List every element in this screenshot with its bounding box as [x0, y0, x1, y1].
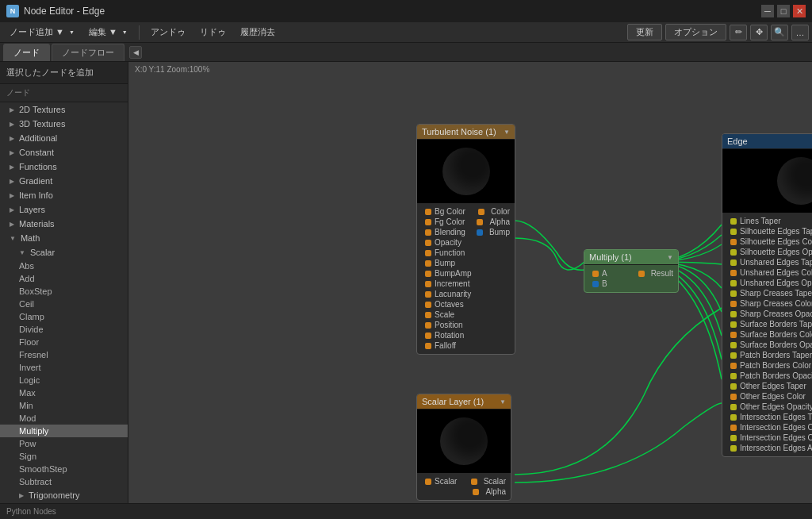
more-button[interactable]: …	[791, 25, 809, 40]
pen-button[interactable]: ✏	[730, 25, 747, 40]
port-surface-taper-dot[interactable]	[730, 321, 737, 328]
sidebar-item-abs[interactable]: Abs	[0, 260, 128, 272]
sidebar-item-vector[interactable]: ▶Vector	[0, 502, 128, 503]
port-lines-taper-dot[interactable]	[730, 218, 737, 225]
port-lacunarity-dot[interactable]	[425, 291, 431, 298]
port-sharp-color-dot[interactable]	[730, 301, 737, 307]
tab-nodes[interactable]: ノード	[3, 44, 50, 61]
port-alpha2-out-dot[interactable]	[473, 489, 479, 495]
multiply-collapse[interactable]: ▼	[667, 254, 673, 261]
sidebar-item-additional[interactable]: ▶Additional	[0, 131, 128, 145]
port-unshared-taper-dot[interactable]	[730, 260, 737, 266]
port-other-taper-dot[interactable]	[730, 383, 737, 390]
menu-undo[interactable]: アンドゥ	[144, 25, 192, 40]
port-intersection-angle-dot[interactable]	[730, 445, 737, 452]
port-rotation-dot[interactable]	[425, 333, 431, 339]
sidebar-item-min[interactable]: Min	[0, 399, 128, 412]
sidebar-item-subtract[interactable]: Subtract	[0, 475, 128, 488]
port-opacity-dot[interactable]	[425, 240, 431, 246]
sidebar-item-floor[interactable]: Floor	[0, 336, 128, 348]
port-b-dot[interactable]	[592, 281, 599, 287]
turbulent-noise-collapse[interactable]: ▼	[504, 129, 510, 136]
sidebar-item-gradient[interactable]: ▶Gradient	[0, 174, 128, 188]
port-sharp-taper-dot[interactable]	[730, 290, 737, 297]
sidebar-item-pow[interactable]: Pow	[0, 437, 128, 450]
sidebar-item-clamp[interactable]: Clamp	[0, 310, 128, 323]
sidebar-item-ceil[interactable]: Ceil	[0, 298, 128, 310]
sidebar-item-logic[interactable]: Logic	[0, 374, 128, 386]
port-scalar-in-dot[interactable]	[425, 479, 431, 485]
port-unshared-opacity-dot[interactable]	[730, 280, 737, 286]
port-other-opacity-dot[interactable]	[730, 404, 737, 410]
port-unshared-color-dot[interactable]	[730, 270, 737, 276]
port-bumpamp-dot[interactable]	[425, 271, 431, 277]
sidebar-item-smoothstep[interactable]: SmoothStep	[0, 463, 128, 475]
port-intersection-opacity-dot[interactable]	[730, 435, 737, 441]
port-surface-color-dot[interactable]	[730, 332, 737, 338]
menu-edit[interactable]: 編集 ▼	[82, 25, 134, 40]
sidebar-item-constant[interactable]: ▶Constant	[0, 145, 128, 160]
minimize-button[interactable]: ─	[761, 5, 774, 17]
port-a-dot[interactable]	[592, 271, 599, 277]
turbulent-noise-node[interactable]: Turbulent Noise (1) ▼ Bg Color Color Fg …	[416, 124, 515, 355]
maximize-button[interactable]: □	[777, 5, 790, 17]
sidebar-item-boxstep[interactable]: BoxStep	[0, 285, 128, 298]
port-scale-dot[interactable]	[425, 312, 431, 318]
edge-node[interactable]: Edge ▼ Lines Taper Silhouette Edges Tape…	[722, 133, 812, 457]
port-sil-taper-dot[interactable]	[730, 229, 737, 235]
port-intersection-taper-dot[interactable]	[730, 414, 737, 421]
menu-history[interactable]: 履歴消去	[234, 25, 282, 40]
port-sharp-opacity-dot[interactable]	[730, 311, 737, 317]
menu-add[interactable]: ノード追加 ▼	[3, 25, 81, 40]
port-sil-color-dot[interactable]	[730, 239, 737, 245]
sidebar-item-multiply[interactable]: Multiply	[0, 425, 128, 437]
sidebar-item-3d-textures[interactable]: ▶3D Textures	[0, 117, 128, 131]
port-patch-color-dot[interactable]	[730, 363, 737, 369]
scalar-layer-collapse[interactable]: ▼	[500, 398, 506, 406]
port-blending-dot[interactable]	[425, 229, 431, 236]
sidebar-item-math[interactable]: ▼Math	[0, 231, 128, 245]
sidebar-item-add[interactable]: Add	[0, 272, 128, 285]
sidebar-item-sign[interactable]: Sign	[0, 450, 128, 463]
sidebar-item-iteminfo[interactable]: ▶Item Info	[0, 188, 128, 202]
port-falloff-dot[interactable]	[425, 343, 431, 349]
sidebar-item-invert[interactable]: Invert	[0, 361, 128, 374]
port-other-color-dot[interactable]	[730, 394, 737, 400]
menu-redo[interactable]: リドゥ	[193, 25, 232, 40]
sidebar-item-2d-textures[interactable]: ▶2D Textures	[0, 102, 128, 117]
zoom-button[interactable]: 🔍	[771, 25, 788, 40]
tab-collapse-button[interactable]: ◀	[129, 46, 142, 59]
port-intersection-color-dot[interactable]	[730, 425, 737, 431]
port-bump-dot[interactable]	[425, 260, 431, 267]
sidebar-item-layers[interactable]: ▶Layers	[0, 202, 128, 217]
port-result-dot[interactable]	[638, 271, 645, 277]
canvas-area[interactable]: X:0 Y:11 Zoom:100%	[128, 62, 812, 503]
sidebar-item-trigonometry[interactable]: ▶Trigonometry	[0, 488, 128, 502]
update-button[interactable]: 更新	[627, 24, 662, 40]
scalar-layer-node[interactable]: Scalar Layer (1) ▼ Scalar Scalar Alpha	[416, 394, 511, 501]
port-octaves-dot[interactable]	[425, 302, 431, 308]
move-button[interactable]: ✥	[750, 25, 768, 40]
sidebar-item-functions[interactable]: ▶Functions	[0, 160, 128, 174]
port-function-dot[interactable]	[425, 250, 431, 256]
port-alpha-out-dot[interactable]	[477, 219, 483, 225]
sidebar-item-scalar[interactable]: ▼Scalar	[0, 245, 128, 260]
port-fgcolor-dot[interactable]	[425, 219, 431, 225]
port-surface-opacity-dot[interactable]	[730, 342, 737, 348]
port-scalar-out-dot[interactable]	[471, 479, 477, 485]
port-increment-dot[interactable]	[425, 281, 431, 287]
port-patch-opacity-dot[interactable]	[730, 373, 737, 379]
sidebar-item-max[interactable]: Max	[0, 386, 128, 399]
sidebar-item-mod[interactable]: Mod	[0, 412, 128, 425]
multiply-node[interactable]: Multiply (1) ▼ A Result B	[584, 249, 679, 293]
port-color-out-dot[interactable]	[478, 209, 485, 215]
port-position-dot[interactable]	[425, 322, 431, 329]
port-bgcolor-dot[interactable]	[425, 209, 431, 215]
port-bump-out-dot[interactable]	[477, 229, 483, 236]
sidebar-item-materials[interactable]: ▶Materials	[0, 217, 128, 231]
tab-nodeflow[interactable]: ノードフロー	[52, 44, 124, 61]
options-button[interactable]: オプション	[665, 24, 726, 40]
port-sil-opacity-dot[interactable]	[730, 249, 737, 256]
sidebar-item-divide[interactable]: Divide	[0, 323, 128, 336]
port-patch-taper-dot[interactable]	[730, 352, 737, 359]
